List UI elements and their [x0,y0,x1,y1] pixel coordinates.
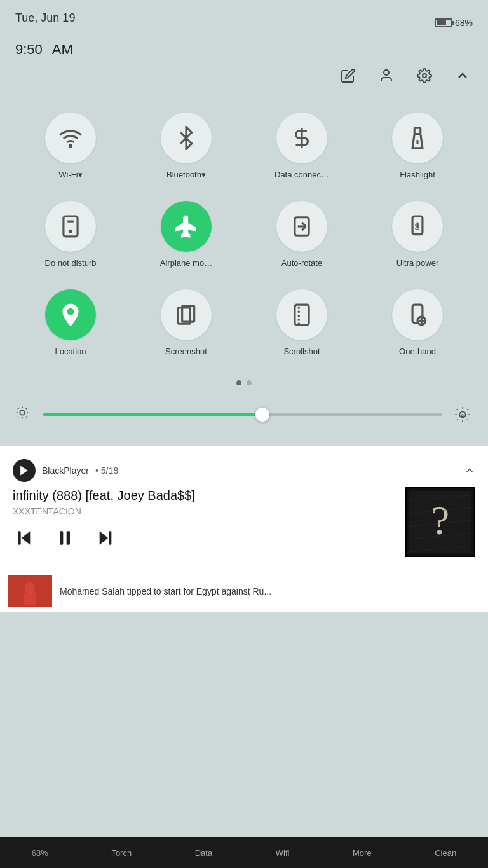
bottom-nav-battery[interactable]: 68% [32,848,48,858]
svg-text:S: S [414,223,419,231]
media-info: infinity (888) [feat. Joey Bada$$] XXXTE… [13,487,395,549]
svg-marker-45 [22,531,30,544]
onehand-circle [392,289,443,340]
svg-line-42 [467,409,468,410]
media-track-num: • 5/18 [95,465,118,476]
media-app-name: BlackPlayer [42,465,89,476]
edit-icon[interactable] [338,65,358,86]
pause-button[interactable] [53,527,76,549]
media-controls [13,527,395,549]
page-indicators [0,380,488,392]
autorotate-label: Auto-rotate [281,258,322,269]
brightness-fill [43,413,262,416]
dnd-circle [45,201,96,252]
next-button[interactable] [94,527,117,549]
bottom-nav-more[interactable]: More [353,848,372,858]
svg-point-7 [69,230,71,232]
settings-icon[interactable] [414,65,435,86]
media-artist: XXXTENTACION [13,506,395,516]
svg-line-41 [457,419,458,420]
ultrapower-label: Ultra power [396,258,438,269]
svg-point-16 [68,309,73,314]
svg-point-25 [20,410,24,415]
brightness-slider[interactable] [43,413,442,416]
media-header: BlackPlayer • 5/18 [13,459,475,482]
prev-button[interactable] [13,527,36,549]
media-player: BlackPlayer • 5/18 infinity (888) [feat.… [0,446,488,570]
airplane-label: Airplane mo… [160,258,212,269]
qs-ultrapower[interactable]: S Ultra power [360,191,475,279]
wifi-label: Wi-Fi▾ [58,170,82,181]
brightness-min-icon [15,406,33,424]
qs-dnd[interactable]: Do not disturb [13,191,128,279]
data-label: Data connec… [274,170,329,181]
svg-rect-46 [18,531,21,544]
brightness-section[interactable]: A [0,392,488,440]
brightness-auto-icon[interactable]: A [452,404,473,425]
svg-point-0 [384,70,389,75]
bottom-nav-clean[interactable]: Clean [435,848,456,858]
media-content: infinity (888) [feat. Joey Bada$$] XXXTE… [13,487,475,557]
svg-line-38 [467,419,468,420]
airplane-circle [161,201,212,252]
media-expand-icon[interactable] [464,465,475,476]
qs-scrollshot[interactable]: Scrollshot [244,279,360,368]
ultrapower-circle: S [392,201,443,252]
status-time: 9:50 AM [15,25,75,59]
svg-line-29 [26,417,27,417]
bottom-nav-wifi[interactable]: Wifi [276,848,290,858]
svg-line-37 [457,409,458,410]
status-bar: Tue, Jun 19 9:50 AM 68% [0,0,488,65]
svg-point-61 [25,582,35,595]
status-time-date: Tue, Jun 19 9:50 AM [15,11,75,59]
svg-rect-62 [24,593,36,605]
media-app-icon [13,459,36,482]
dnd-label: Do not disturb [45,258,97,269]
autorotate-circle [276,201,327,252]
screenshot-circle [161,289,212,340]
news-text: Mohamed Salah tipped to start for Egypt … [60,586,480,596]
news-thumbnail [8,575,52,607]
svg-line-33 [26,408,27,409]
svg-rect-50 [109,531,111,544]
scrollshot-circle [276,289,327,340]
qs-autorotate[interactable]: Auto-rotate [244,191,360,279]
qs-location[interactable]: Location [13,279,128,368]
screenshot-label: Screenshot [165,347,207,357]
onehand-label: One-hand [399,347,436,357]
svg-rect-47 [60,531,63,544]
battery-indicator: 68% [435,18,473,28]
battery-icon [435,18,452,27]
qs-airplane[interactable]: Airplane mo… [128,191,244,279]
battery-fill [437,20,446,25]
qs-bluetooth[interactable]: Bluetooth▾ [128,102,244,191]
qs-flashlight[interactable]: Flashlight [360,102,475,191]
user-icon[interactable] [376,65,396,86]
collapse-icon[interactable] [452,65,473,86]
battery-percent: 68% [455,18,473,28]
page-dot-2 [247,380,252,385]
wifi-circle [45,113,96,163]
qs-onehand[interactable]: One-hand [360,279,475,368]
qs-wifi[interactable]: Wi-Fi▾ [13,102,128,191]
svg-rect-19 [295,305,309,325]
qs-screenshot[interactable]: Screenshot [128,279,244,368]
qs-header [0,65,488,96]
bluetooth-circle [161,113,212,163]
qs-data[interactable]: Data connec… [244,102,360,191]
news-item[interactable]: Mohamed Salah tipped to start for Egypt … [0,570,488,612]
scrollshot-label: Scrollshot [283,347,320,357]
bottom-nav-torch[interactable]: Torch [111,848,132,858]
svg-text:A: A [461,412,465,418]
bottom-nav-data[interactable]: Data [195,848,212,858]
svg-point-2 [69,145,71,147]
bottom-nav: 68% Torch Data Wifi More Clean [0,837,488,868]
flashlight-circle [392,113,443,163]
brightness-thumb [255,408,269,422]
flashlight-label: Flashlight [400,170,435,181]
svg-line-32 [18,417,18,417]
page-dot-1 [236,380,241,385]
location-label: Location [55,347,86,357]
svg-rect-4 [414,128,421,134]
svg-rect-6 [64,216,78,237]
